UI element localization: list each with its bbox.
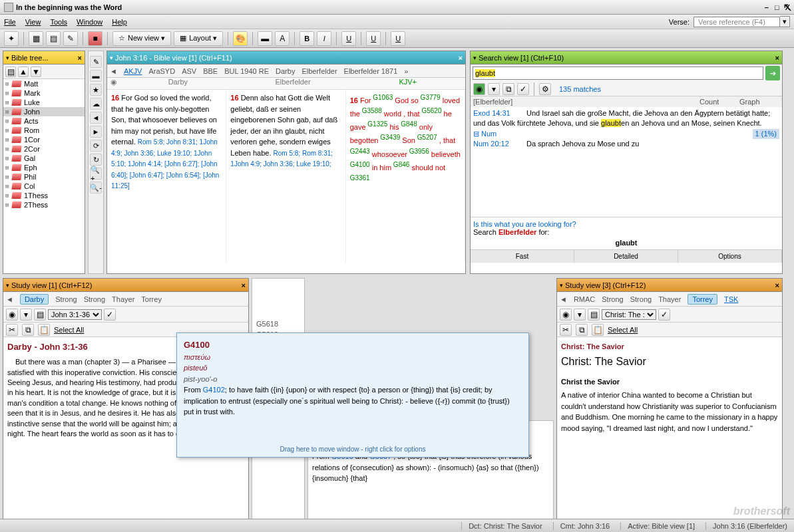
paste-icon[interactable]: 📋 <box>38 324 50 336</box>
strongs-item[interactable]: G5618 <box>252 319 304 329</box>
tool-bold[interactable]: B <box>299 31 314 46</box>
version-tab[interactable]: Elberfelder 1871 <box>344 67 398 75</box>
tab-thayer[interactable]: Thayer <box>658 295 681 303</box>
study-go-icon[interactable]: ◉ <box>6 309 18 321</box>
select-all-link[interactable]: Select All <box>608 326 638 334</box>
vtool-zoom-out-icon[interactable]: 🔍- <box>90 182 102 194</box>
close-icon[interactable]: × <box>775 54 779 62</box>
collapse-icon[interactable]: ▾ <box>6 282 9 289</box>
study-opt-icon[interactable]: ▾ <box>574 309 586 321</box>
tree-item-eph[interactable]: ⊞Eph <box>3 163 85 172</box>
tree-nav-icon[interactable]: ▤ <box>5 66 16 77</box>
search-opt-icon[interactable]: ▾ <box>488 83 500 95</box>
paste-icon[interactable]: 📋 <box>592 324 604 336</box>
tree-item-1thess[interactable]: ⊞1Thess <box>3 191 85 200</box>
collapse-icon[interactable]: ▾ <box>6 55 9 61</box>
tree-item-luke[interactable]: ⊞Luke <box>3 98 85 107</box>
tree-item-col[interactable]: ⊞Col <box>3 182 85 191</box>
tree-item-mark[interactable]: ⊞Mark <box>3 88 85 98</box>
tree-item-2cor[interactable]: ⊞2Cor <box>3 144 85 154</box>
cut-icon[interactable]: ✂ <box>6 324 18 336</box>
tree-item-john[interactable]: ⊞John <box>3 107 85 116</box>
vtool-pen-icon[interactable]: ✎ <box>90 56 102 68</box>
version-tab[interactable]: AKJV <box>124 67 142 75</box>
vtool-cloud-icon[interactable]: ☁ <box>90 98 102 110</box>
study-mark-icon[interactable]: ✓ <box>658 309 670 321</box>
tab-strong2[interactable]: Strong <box>84 295 105 303</box>
tree-item-2thess[interactable]: ⊞2Thess <box>3 200 85 209</box>
study-go-icon[interactable]: ◉ <box>560 309 572 321</box>
tool-underline3[interactable]: U <box>391 31 405 46</box>
tree-item-gal[interactable]: ⊞Gal <box>3 154 85 163</box>
layout-button[interactable]: ▦ Layout ▾ <box>174 31 223 46</box>
close-icon[interactable]: × <box>459 54 463 62</box>
tab-torrey[interactable]: Torrey <box>141 295 162 303</box>
tree-item-rom[interactable]: ⊞Rom <box>3 126 85 135</box>
search-filter-icon[interactable]: ⚙ <box>539 83 551 95</box>
search-mark-icon[interactable]: ✓ <box>517 83 529 95</box>
vtool-back-icon[interactable]: ◄ <box>90 112 102 124</box>
menu-view[interactable]: View <box>25 18 41 26</box>
search-input[interactable]: glaubt <box>473 66 763 80</box>
search-result[interactable]: Num 20:12Da sprach Jehova zu Mose und zu <box>473 139 779 149</box>
cut-icon[interactable]: ✂ <box>560 324 572 336</box>
tab-rmac[interactable]: RMAC <box>574 295 595 303</box>
tab-darby[interactable]: Darby <box>20 294 49 305</box>
version-tab[interactable]: ASV <box>182 67 196 75</box>
menu-help[interactable]: Help <box>112 18 127 26</box>
tool-edit[interactable]: ✎ <box>63 31 78 46</box>
vtool-highlighter-icon[interactable]: ▬ <box>90 70 102 82</box>
tab-torrey[interactable]: Torrey <box>688 294 717 305</box>
search-copy-icon[interactable]: ⧉ <box>502 83 514 95</box>
tab-strong[interactable]: Strong <box>602 295 623 303</box>
vtool-sync-icon[interactable]: ⟳ <box>90 140 102 152</box>
study-opt-icon[interactable]: ▾ <box>20 309 32 321</box>
tab-detailed[interactable]: Detailed <box>574 250 678 263</box>
vtool-refresh-icon[interactable]: ↻ <box>90 154 102 166</box>
study-book-icon[interactable]: ▤ <box>34 309 46 321</box>
study-right-dropdown[interactable]: Christ: The : <box>602 309 656 320</box>
study-book-icon[interactable]: ▤ <box>588 309 600 321</box>
menu-window[interactable]: Window <box>77 18 102 26</box>
new-view-button[interactable]: ☆ New view ▾ <box>112 31 171 46</box>
tool-italic[interactable]: I <box>317 31 331 46</box>
tab-options[interactable]: Options <box>678 250 782 263</box>
select-all-link[interactable]: Select All <box>54 326 84 334</box>
nav-back-icon[interactable]: ◄ <box>110 67 117 75</box>
tool-palette[interactable]: 🎨 <box>233 31 248 46</box>
search-result[interactable]: ⊟ Num1 (1%) <box>473 129 779 139</box>
menu-file[interactable]: File <box>4 18 16 26</box>
tree-item-phil[interactable]: ⊞Phil <box>3 172 85 182</box>
tree-up-icon[interactable]: ▲ <box>18 66 29 77</box>
version-tab[interactable]: AraSYD <box>148 67 175 75</box>
version-tab[interactable]: Darby <box>276 67 295 75</box>
cross-references[interactable]: Rom 5:8; John 8:31; 1John 4:9; John 3:36… <box>111 138 219 190</box>
result-body[interactable]: Exod 14:31Und Israel sah die große Macht… <box>471 107 782 217</box>
tree-list[interactable]: ⊞Matt⊞Mark⊞Luke⊞John⊞Acts⊞Rom⊞1Cor⊞2Cor⊞… <box>3 79 85 265</box>
lexicon-popup[interactable]: G4100 πιστεύω pisteuō pist-yoo'-o From G… <box>176 332 529 458</box>
version-tab[interactable]: BUL 1940 RE <box>224 67 269 75</box>
minimize-button[interactable]: – <box>765 3 769 11</box>
tab-tsk[interactable]: TSK <box>724 295 738 303</box>
strong-link[interactable]: G4102 <box>203 386 225 394</box>
search-go-button[interactable]: ➔ <box>765 66 780 80</box>
more-icon[interactable]: » <box>404 67 408 75</box>
vtool-zoom-in-icon[interactable]: 🔍+ <box>90 168 102 180</box>
copy-icon[interactable]: ⧉ <box>576 324 588 336</box>
verse-input[interactable]: Verse reference (F4) <box>694 17 780 27</box>
vtool-fwd-icon[interactable]: ► <box>90 126 102 138</box>
tab-nav-back[interactable]: ◄ <box>560 295 567 303</box>
collapse-icon[interactable]: ▾ <box>560 282 563 289</box>
version-tab[interactable]: Elberfelder <box>301 67 337 75</box>
menu-tools[interactable]: Tools <box>50 18 67 26</box>
tool-underline2[interactable]: U <box>366 31 381 46</box>
tool-color[interactable]: ■ <box>88 31 102 46</box>
tab-strong[interactable]: Strong <box>55 295 77 303</box>
maximize-button[interactable]: □ <box>775 3 779 11</box>
version-tab[interactable]: BBE <box>203 67 218 75</box>
search-result[interactable]: Exod 14:31Und Israel sah die große Macht… <box>473 108 779 129</box>
tab-fast[interactable]: Fast <box>471 250 574 263</box>
collapse-icon[interactable]: ▾ <box>110 55 113 61</box>
tool-font-a[interactable]: A <box>275 31 290 46</box>
tool-highlight[interactable]: ▬ <box>258 31 272 46</box>
